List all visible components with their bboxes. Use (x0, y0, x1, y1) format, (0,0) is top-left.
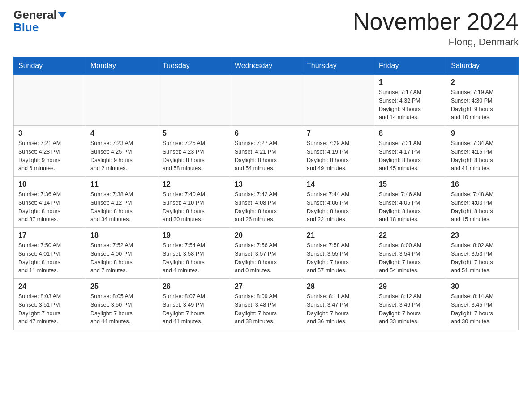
calendar-cell: 11Sunrise: 7:38 AMSunset: 4:12 PMDayligh… (86, 177, 158, 228)
day-info: Sunrise: 7:25 AMSunset: 4:23 PMDaylight:… (163, 139, 225, 173)
day-info: Sunrise: 8:09 AMSunset: 3:48 PMDaylight:… (235, 292, 297, 326)
logo-main-text: General (13, 9, 57, 21)
day-number: 15 (379, 180, 442, 188)
calendar-cell (302, 75, 374, 126)
calendar-cell: 8Sunrise: 7:31 AMSunset: 4:17 PMDaylight… (374, 126, 446, 177)
day-number: 5 (163, 129, 225, 137)
title-block: November 2024 Flong, Denmark (353, 9, 519, 48)
day-number: 22 (379, 231, 442, 240)
calendar-header-row: SundayMondayTuesdayWednesdayThursdayFrid… (14, 57, 519, 75)
day-info: Sunrise: 7:23 AMSunset: 4:25 PMDaylight:… (90, 139, 153, 173)
calendar-cell: 27Sunrise: 8:09 AMSunset: 3:48 PMDayligh… (230, 279, 302, 330)
calendar-cell: 17Sunrise: 7:50 AMSunset: 4:01 PMDayligh… (14, 228, 86, 279)
day-info: Sunrise: 7:42 AMSunset: 4:08 PMDaylight:… (235, 190, 297, 224)
day-info: Sunrise: 7:44 AMSunset: 4:06 PMDaylight:… (307, 190, 369, 224)
calendar-location: Flong, Denmark (353, 36, 519, 48)
week-row-3: 17Sunrise: 7:50 AMSunset: 4:01 PMDayligh… (14, 228, 519, 279)
day-number: 19 (163, 231, 225, 240)
calendar-cell: 18Sunrise: 7:52 AMSunset: 4:00 PMDayligh… (86, 228, 158, 279)
day-info: Sunrise: 7:31 AMSunset: 4:17 PMDaylight:… (379, 139, 442, 173)
day-number: 8 (379, 129, 442, 137)
day-number: 17 (18, 231, 81, 240)
week-row-4: 24Sunrise: 8:03 AMSunset: 3:51 PMDayligh… (14, 279, 519, 330)
day-info: Sunrise: 7:56 AMSunset: 3:57 PMDaylight:… (235, 241, 297, 275)
day-number: 3 (18, 129, 81, 137)
week-row-2: 10Sunrise: 7:36 AMSunset: 4:14 PMDayligh… (14, 177, 519, 228)
day-number: 21 (307, 231, 369, 240)
day-number: 24 (18, 283, 81, 291)
week-row-0: 1Sunrise: 7:17 AMSunset: 4:32 PMDaylight… (14, 75, 519, 126)
calendar-cell: 7Sunrise: 7:29 AMSunset: 4:19 PMDaylight… (302, 126, 374, 177)
day-info: Sunrise: 7:46 AMSunset: 4:05 PMDaylight:… (379, 190, 442, 224)
logo-sub-text: Blue (13, 21, 39, 34)
day-info: Sunrise: 8:11 AMSunset: 3:47 PMDaylight:… (307, 292, 369, 326)
calendar-cell: 26Sunrise: 8:07 AMSunset: 3:49 PMDayligh… (158, 279, 230, 330)
day-info: Sunrise: 8:05 AMSunset: 3:50 PMDaylight:… (90, 292, 153, 326)
calendar-table: SundayMondayTuesdayWednesdayThursdayFrid… (13, 57, 519, 330)
calendar-cell: 15Sunrise: 7:46 AMSunset: 4:05 PMDayligh… (374, 177, 446, 228)
day-header-monday: Monday (86, 57, 158, 75)
day-info: Sunrise: 7:40 AMSunset: 4:10 PMDaylight:… (163, 190, 225, 224)
day-info: Sunrise: 7:29 AMSunset: 4:19 PMDaylight:… (307, 139, 369, 173)
logo: General Blue (13, 9, 67, 34)
logo-triangle-icon (58, 12, 67, 18)
day-info: Sunrise: 8:00 AMSunset: 3:54 PMDaylight:… (379, 241, 442, 275)
day-number: 6 (235, 129, 297, 137)
calendar-cell: 3Sunrise: 7:21 AMSunset: 4:28 PMDaylight… (14, 126, 86, 177)
day-number: 27 (235, 283, 297, 291)
calendar-title: November 2024 (353, 9, 519, 34)
day-number: 30 (451, 283, 514, 291)
week-row-1: 3Sunrise: 7:21 AMSunset: 4:28 PMDaylight… (14, 126, 519, 177)
calendar-cell: 10Sunrise: 7:36 AMSunset: 4:14 PMDayligh… (14, 177, 86, 228)
calendar-cell: 14Sunrise: 7:44 AMSunset: 4:06 PMDayligh… (302, 177, 374, 228)
page-header: General Blue November 2024 Flong, Denmar… (13, 9, 519, 48)
day-info: Sunrise: 8:12 AMSunset: 3:46 PMDaylight:… (379, 292, 442, 326)
calendar-cell: 21Sunrise: 7:58 AMSunset: 3:55 PMDayligh… (302, 228, 374, 279)
day-header-wednesday: Wednesday (230, 57, 302, 75)
calendar-cell: 29Sunrise: 8:12 AMSunset: 3:46 PMDayligh… (374, 279, 446, 330)
day-number: 4 (90, 129, 153, 137)
day-number: 25 (90, 283, 153, 291)
calendar-cell: 30Sunrise: 8:14 AMSunset: 3:45 PMDayligh… (446, 279, 519, 330)
calendar-cell: 4Sunrise: 7:23 AMSunset: 4:25 PMDaylight… (86, 126, 158, 177)
day-number: 14 (307, 180, 369, 188)
day-info: Sunrise: 8:14 AMSunset: 3:45 PMDaylight:… (451, 292, 514, 326)
day-info: Sunrise: 7:52 AMSunset: 4:00 PMDaylight:… (90, 241, 153, 275)
day-header-saturday: Saturday (446, 57, 519, 75)
day-header-tuesday: Tuesday (158, 57, 230, 75)
day-info: Sunrise: 7:54 AMSunset: 3:58 PMDaylight:… (163, 241, 225, 275)
day-number: 20 (235, 231, 297, 240)
calendar-cell: 28Sunrise: 8:11 AMSunset: 3:47 PMDayligh… (302, 279, 374, 330)
day-info: Sunrise: 7:19 AMSunset: 4:30 PMDaylight:… (451, 88, 514, 122)
day-number: 12 (163, 180, 225, 188)
day-header-friday: Friday (374, 57, 446, 75)
calendar-cell (86, 75, 158, 126)
day-info: Sunrise: 7:58 AMSunset: 3:55 PMDaylight:… (307, 241, 369, 275)
day-number: 9 (451, 129, 514, 137)
day-info: Sunrise: 7:36 AMSunset: 4:14 PMDaylight:… (18, 190, 81, 224)
calendar-cell (14, 75, 86, 126)
calendar-cell: 25Sunrise: 8:05 AMSunset: 3:50 PMDayligh… (86, 279, 158, 330)
day-number: 1 (379, 78, 442, 86)
day-number: 29 (379, 283, 442, 291)
day-info: Sunrise: 8:03 AMSunset: 3:51 PMDaylight:… (18, 292, 81, 326)
day-info: Sunrise: 8:07 AMSunset: 3:49 PMDaylight:… (163, 292, 225, 326)
calendar-cell: 12Sunrise: 7:40 AMSunset: 4:10 PMDayligh… (158, 177, 230, 228)
calendar-cell: 24Sunrise: 8:03 AMSunset: 3:51 PMDayligh… (14, 279, 86, 330)
day-info: Sunrise: 7:27 AMSunset: 4:21 PMDaylight:… (235, 139, 297, 173)
calendar-cell: 16Sunrise: 7:48 AMSunset: 4:03 PMDayligh… (446, 177, 519, 228)
day-info: Sunrise: 7:21 AMSunset: 4:28 PMDaylight:… (18, 139, 81, 173)
day-number: 16 (451, 180, 514, 188)
day-number: 18 (90, 231, 153, 240)
calendar-cell: 1Sunrise: 7:17 AMSunset: 4:32 PMDaylight… (374, 75, 446, 126)
day-info: Sunrise: 7:48 AMSunset: 4:03 PMDaylight:… (451, 190, 514, 224)
calendar-cell: 19Sunrise: 7:54 AMSunset: 3:58 PMDayligh… (158, 228, 230, 279)
day-info: Sunrise: 7:34 AMSunset: 4:15 PMDaylight:… (451, 139, 514, 173)
day-info: Sunrise: 7:38 AMSunset: 4:12 PMDaylight:… (90, 190, 153, 224)
day-number: 13 (235, 180, 297, 188)
calendar-cell (230, 75, 302, 126)
calendar-cell: 2Sunrise: 7:19 AMSunset: 4:30 PMDaylight… (446, 75, 519, 126)
day-header-thursday: Thursday (302, 57, 374, 75)
calendar-cell: 23Sunrise: 8:02 AMSunset: 3:53 PMDayligh… (446, 228, 519, 279)
day-info: Sunrise: 7:50 AMSunset: 4:01 PMDaylight:… (18, 241, 81, 275)
